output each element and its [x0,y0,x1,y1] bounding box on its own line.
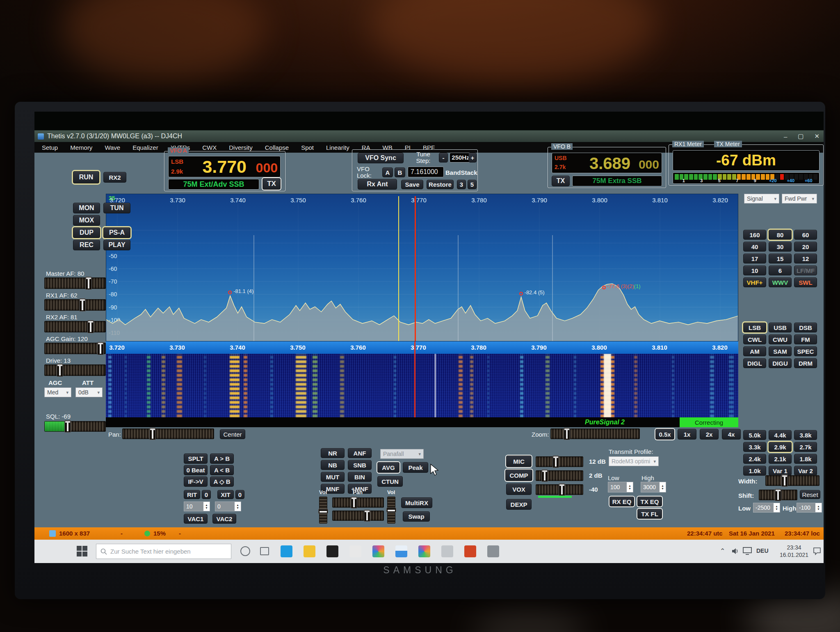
vox-button[interactable]: VOX [506,483,532,495]
xit-spinner[interactable]: 0▲▼ [215,501,241,511]
slider-thumb[interactable] [364,510,370,522]
filter-low-spinner[interactable]: -2500▲▼ [753,503,780,513]
filter-button-var1[interactable]: Var 1 [769,466,792,476]
toggle-button-mon[interactable]: MON [73,203,100,213]
mode-button-am[interactable]: AM [743,346,766,356]
zoom-preset-0.5x[interactable]: 0.5x [655,429,674,440]
mode-button-spec[interactable]: SPEC [794,346,817,356]
maximize-button[interactable]: ▢ [798,133,803,140]
zoom-preset-2x[interactable]: 2x [700,429,719,440]
slider-thumb[interactable] [351,497,357,508]
xit-button[interactable]: XIT [217,490,234,499]
toggle-button-rec[interactable]: REC [73,240,100,250]
close-button[interactable]: ✕ [814,133,819,140]
minimize-button[interactable]: – [784,133,787,140]
transmit-profile-select[interactable]: RodeM3 optimi▾ [609,456,659,466]
mode-button-cwu[interactable]: CWU [769,334,792,344]
rx-eq-button[interactable]: RX EQ [609,497,634,506]
att-select[interactable]: 0dB▾ [75,387,103,397]
menu-item-diversity[interactable]: Diversity [229,144,253,151]
tune-step-up-button[interactable]: + [468,153,477,163]
bandstack-5-button[interactable]: 5 [468,180,477,189]
zoom-preset-4x[interactable]: 4x [722,429,741,440]
slider-thumb[interactable] [541,469,548,482]
rx2-button[interactable]: RX2 [103,172,126,183]
multirx-button[interactable]: MultiRX [401,497,432,508]
waterfall-display[interactable] [106,354,738,417]
file-explorer-icon[interactable] [304,545,315,557]
tx-eq-button[interactable]: TX EQ [637,497,662,506]
slider-thumb[interactable] [64,420,71,433]
slider-thumb[interactable] [781,474,788,487]
filter-button-44k[interactable]: 4.4k [769,430,792,440]
menu-item-wave[interactable]: Wave [105,144,120,151]
split-button[interactable]: SPLT [184,453,208,464]
dsp-button-snb[interactable]: SNB [348,460,372,470]
agc-gain-slider[interactable] [44,343,106,354]
band-button-vhf+[interactable]: VHF+ [743,277,766,287]
rx2-af-slider[interactable] [44,321,106,332]
rx1-af-slider[interactable] [44,299,106,311]
run-button[interactable]: RUN [73,171,99,183]
dimmed-app-icon[interactable] [441,545,453,557]
master-af-slider[interactable] [44,277,106,289]
ctun-button[interactable]: CTUN [377,476,403,487]
mode-button-fm[interactable]: FM [794,334,817,344]
display-mode-select[interactable]: Panafall▾ [380,449,424,459]
frequency-scale-bar[interactable]: 3.7203.7303.7403.7503.7603.7703.7803.790… [106,341,738,354]
filter-button-21k[interactable]: 2.1k [769,454,792,464]
media-player-icon[interactable] [349,545,361,557]
vfo-a-tx-button[interactable]: TX [262,178,281,190]
mode-button-drm[interactable]: DRM [794,358,817,368]
filter-button-29k[interactable]: 2.9k [769,442,792,452]
filter-button-27k[interactable]: 2.7k [794,442,817,452]
a-swap-b-button[interactable]: A ◇ B [210,476,234,487]
mode-button-cwl[interactable]: CWL [743,334,766,344]
band-button-15[interactable]: 15 [769,254,792,263]
a-to-b-button[interactable]: A > B [210,453,234,464]
vfo-b-display[interactable]: USB 2.7k 3.689 000 [552,153,662,173]
filter-button-38k[interactable]: 3.8k [794,430,817,440]
rx-meter-select[interactable]: Signal▾ [744,194,779,204]
menu-item-memory[interactable]: Memory [70,144,92,151]
vfo-sync-button[interactable]: VFO Sync [358,153,404,163]
menu-item-spot[interactable]: Spot [301,144,314,151]
menu-item-cwx[interactable]: CWX [202,144,217,151]
restore-button[interactable]: Restore [427,180,454,189]
peak-button[interactable]: Peak [403,462,428,473]
mode-button-lsb[interactable]: LSB [743,323,766,332]
rit-button[interactable]: RIT [184,490,200,499]
tx-high-spinner[interactable]: 3000▲▼ [641,482,666,492]
network-display-icon[interactable] [743,547,752,555]
rit-spinner[interactable]: 10▲▼ [184,501,210,511]
swap-button[interactable]: Swap [403,511,430,522]
slider-thumb[interactable] [87,320,94,333]
b-to-a-button[interactable]: A < B [210,465,234,475]
dsp-button-mut[interactable]: MUT [321,472,345,482]
tx-low-spinner[interactable]: 100▲▼ [608,482,633,492]
slider-thumb[interactable] [97,342,104,355]
band-button-12[interactable]: 12 [794,254,817,263]
edge-browser-icon[interactable] [281,545,292,557]
band-button-wwv[interactable]: WWV [769,277,792,287]
filter-button-10k[interactable]: 1.0k [743,466,766,476]
filter-button-50k[interactable]: 5.0k [743,430,766,440]
if-to-v-button[interactable]: IF->V [184,476,208,487]
band-button-lfmf[interactable]: LF/MF [794,266,817,275]
filter-button-var2[interactable]: Var 2 [794,466,817,476]
comp-slider[interactable] [536,470,583,481]
tx-meter-select[interactable]: Fwd Pwr▾ [782,194,817,204]
search-input[interactable]: Zur Suche Text hier eingeben [96,544,231,559]
sub-vol-slider[interactable] [387,497,395,524]
filter-button-18k[interactable]: 1.8k [794,454,817,464]
drive-slider[interactable] [44,364,106,376]
menu-item-collapse[interactable]: Collapse [265,144,289,151]
vac2-button[interactable]: VAC2 [212,514,236,524]
zoom-preset-1x[interactable]: 1x [678,429,696,440]
notification-icon[interactable] [813,547,821,555]
toggle-button-dup[interactable]: DUP [73,227,100,238]
shift-slider[interactable] [759,490,797,500]
band-button-40[interactable]: 40 [743,242,766,252]
rx-ant-button[interactable]: Rx Ant [358,179,397,190]
pan-slider[interactable] [122,428,214,439]
